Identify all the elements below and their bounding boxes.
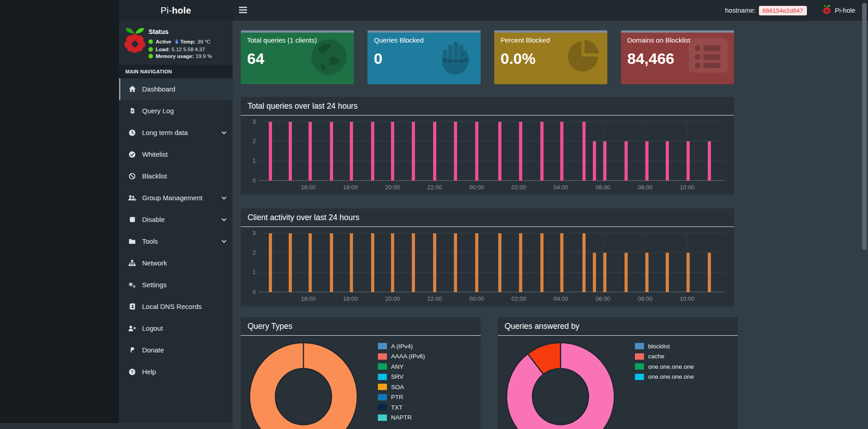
chart-bar[interactable] — [330, 122, 333, 181]
chart-bar[interactable] — [433, 233, 436, 292]
sidebar-item-logout[interactable]: Logout — [119, 318, 233, 339]
gears-icon — [127, 281, 137, 288]
stat-card-value: 64 — [247, 50, 354, 67]
chart-bar[interactable] — [330, 233, 333, 292]
user-times-icon — [127, 325, 137, 332]
chart-bar[interactable] — [687, 253, 690, 292]
legend-item-naptr[interactable]: NAPTR — [378, 414, 425, 422]
chart-bar[interactable] — [309, 233, 312, 292]
panel-title: Total queries over last 24 hours — [241, 97, 734, 116]
app-logo[interactable]: Pi-hole — [119, 0, 233, 21]
chart-bar[interactable] — [309, 122, 312, 181]
legend-item-one-one-one-one[interactable]: one.one.one.one — [635, 373, 694, 381]
horizontal-scrollbar-thumb[interactable] — [0, 423, 233, 429]
chart-bar[interactable] — [666, 141, 669, 181]
x-axis-label: 08:00 — [638, 295, 653, 302]
chart-bar[interactable] — [475, 122, 478, 181]
chevron-down-icon — [221, 196, 227, 200]
main-area: hostname: 666154e2d947 Pi-hole Total que… — [233, 0, 868, 429]
chart-bar[interactable] — [475, 233, 478, 292]
chart-bar[interactable] — [269, 122, 272, 181]
sidebar-item-label: Whitelist — [142, 150, 168, 158]
chart-bar[interactable] — [412, 122, 415, 181]
chart-bar[interactable] — [289, 122, 292, 181]
chart-bar[interactable] — [433, 122, 436, 181]
sidebar-item-whitelist[interactable]: Whitelist — [119, 144, 233, 165]
sidebar-item-local-dns-records[interactable]: Local DNS Records — [119, 296, 233, 318]
legend-item-one-one-one-one[interactable]: one.one.one.one — [635, 362, 694, 371]
legend-item-a-ipv4[interactable]: A (IPv4) — [378, 342, 425, 350]
chart-bar[interactable] — [454, 233, 457, 292]
chart-bar[interactable] — [708, 253, 711, 292]
chart-bar[interactable] — [519, 122, 522, 181]
legend-item-srv[interactable]: SRV — [378, 373, 425, 381]
vertical-scrollbar-thumb[interactable] — [862, 3, 867, 250]
chart-bar[interactable] — [593, 141, 596, 181]
chart-bar[interactable] — [454, 122, 457, 181]
chart-bar[interactable] — [498, 233, 501, 292]
donut-chart[interactable] — [505, 341, 616, 429]
donut-chart[interactable] — [248, 341, 359, 429]
chart-bar[interactable] — [603, 253, 606, 292]
chart-bar[interactable] — [560, 233, 563, 292]
sidebar-item-donate[interactable]: Donate — [119, 339, 233, 361]
chart-bar[interactable] — [350, 233, 353, 292]
gridline — [259, 272, 725, 273]
chart-bar[interactable] — [708, 141, 711, 181]
chart-bar[interactable] — [540, 233, 544, 292]
sidebar-item-tools[interactable]: Tools — [119, 231, 233, 252]
chart-bar[interactable] — [582, 122, 586, 181]
chart-bar[interactable] — [519, 233, 522, 292]
chart-plot[interactable]: 012316:0018:0020:0022:0000:0002:0004:000… — [259, 122, 725, 181]
legend-item-soa[interactable]: SOA — [378, 383, 425, 391]
chart-bar[interactable] — [666, 253, 669, 292]
legend-label: SRV — [391, 373, 404, 380]
query-types-chart: A (IPv4)AAAA (IPv6)ANYSRVSOAPTRTXTNAPTR — [241, 336, 481, 429]
chart-plot[interactable]: 012316:0018:0020:0022:0000:0002:0004:000… — [259, 233, 725, 292]
chart-bar[interactable] — [391, 233, 394, 292]
chart-bar[interactable] — [371, 122, 374, 181]
legend-label: TXT — [391, 404, 403, 411]
chart-bar[interactable] — [560, 122, 563, 181]
panel-query-types: Query Types A (IPv4)AAAA (IPv6)ANYSRVSOA… — [241, 317, 481, 429]
legend-item-txt[interactable]: TXT — [378, 403, 425, 411]
chart-bar[interactable] — [269, 233, 272, 292]
sidebar-item-help[interactable]: ?Help — [119, 361, 233, 383]
chart-bar[interactable] — [289, 233, 292, 292]
status-label: Memory usage: — [156, 53, 194, 59]
sidebar-item-long-term-data[interactable]: Long term data — [119, 122, 233, 144]
chart-bar[interactable] — [625, 141, 628, 181]
chart-bar[interactable] — [645, 253, 649, 292]
chart-bar[interactable] — [412, 233, 415, 292]
chart-bar[interactable] — [593, 253, 596, 292]
sidebar-item-settings[interactable]: Settings — [119, 274, 233, 296]
chart-bar[interactable] — [540, 122, 544, 181]
sidebar-item-query-log[interactable]: Query Log — [119, 100, 233, 122]
raspberry-icon — [822, 5, 831, 16]
chart-bar[interactable] — [371, 233, 374, 292]
chart-bar[interactable] — [645, 141, 649, 181]
legend-item-blocklist[interactable]: blocklist — [635, 342, 694, 350]
chart-bar[interactable] — [391, 122, 394, 181]
chart-bar[interactable] — [603, 141, 606, 181]
legend-item-any[interactable]: ANY — [378, 362, 425, 371]
chart-bar[interactable] — [498, 122, 501, 181]
sidebar-item-label: Disable — [142, 216, 165, 223]
sidebar-item-group-management[interactable]: Group Management — [119, 187, 233, 209]
sidebar-item-blacklist[interactable]: Blacklist — [119, 165, 233, 187]
legend-item-cache[interactable]: cache — [635, 352, 694, 361]
svg-text:?: ? — [131, 369, 134, 374]
legend-item-aaaa-ipv6[interactable]: AAAA (IPv6) — [378, 352, 425, 361]
sidebar-item-dashboard[interactable]: Dashboard — [119, 78, 233, 100]
chart-bar[interactable] — [350, 122, 353, 181]
chart-bar[interactable] — [582, 233, 586, 292]
chart-bar[interactable] — [687, 141, 690, 181]
chart-bar[interactable] — [625, 253, 628, 292]
chart-legend: blocklistcacheone.one.one.oneone.one.one… — [635, 342, 694, 383]
sidebar-toggle-button[interactable] — [239, 7, 247, 14]
x-axis-label: 06:00 — [596, 184, 610, 191]
sidebar-item-network[interactable]: Network — [119, 252, 233, 274]
check-circle-icon — [127, 151, 137, 158]
legend-item-ptr[interactable]: PTR — [378, 393, 425, 401]
sidebar-item-disable[interactable]: Disable — [119, 209, 233, 231]
